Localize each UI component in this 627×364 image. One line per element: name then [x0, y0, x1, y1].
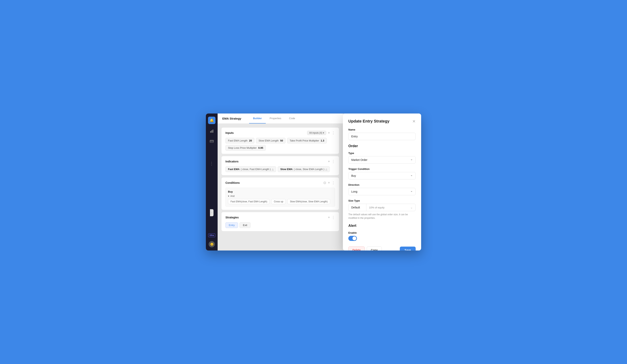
- name-input[interactable]: [348, 133, 416, 140]
- conditions-add[interactable]: +: [328, 181, 330, 185]
- size-equity-display: 10% of equity ⌄: [366, 204, 416, 211]
- indicator-fast-ema[interactable]: Fast EMA ( close, Fast EMA Length ) △: [225, 166, 276, 172]
- tab-builder[interactable]: Builder: [249, 113, 266, 123]
- trigger-field-group: Trigger Condition Buy: [348, 167, 416, 179]
- size-type-field-group: Size Type Default 10% of equity ⌄ The de…: [348, 199, 416, 220]
- name-label: Name: [348, 128, 416, 131]
- input-stop-loss[interactable]: Stop Loss Price Multiplier 0.95: [225, 145, 266, 151]
- conditions-expand[interactable]: ⊙: [323, 181, 326, 185]
- tabs: Builder Properties Code: [249, 113, 299, 123]
- copy-button[interactable]: Copy: [367, 246, 382, 251]
- inputs-add[interactable]: +: [328, 131, 330, 135]
- svg-rect-0: [210, 131, 211, 133]
- trigger-select[interactable]: Buy: [348, 172, 416, 179]
- bell-icon: 🔔: [209, 118, 214, 122]
- tab-code[interactable]: Code: [285, 113, 299, 123]
- strategy-pill-entry[interactable]: Entry: [225, 222, 238, 228]
- toggle-knob: [353, 236, 356, 240]
- order-section-label: Order: [348, 144, 416, 148]
- indicators-add[interactable]: +: [328, 159, 330, 164]
- strategy-pill-exit[interactable]: Exit: [240, 222, 251, 228]
- indicator-pills: Fast EMA ( close, Fast EMA Length ) △ Sl…: [225, 166, 335, 172]
- modal-close-button[interactable]: ✕: [412, 119, 416, 123]
- sidebar-item-card[interactable]: [209, 138, 215, 144]
- type-label: Type: [348, 152, 416, 155]
- conditions-section: Conditions ⊙ + ⋮ Buy ▾ And Fast EMA(clos…: [221, 177, 339, 210]
- svg-rect-2: [212, 130, 213, 133]
- content-area: EMA Strategy Builder Properties Code Inp…: [218, 113, 343, 251]
- type-select[interactable]: Market Order: [348, 156, 416, 164]
- condition-group-buy: Buy ▾ And Fast EMA(close, Fast EMA Lengt…: [225, 188, 335, 207]
- tab-properties[interactable]: Properties: [266, 113, 285, 123]
- chevron-down-icon: ▾: [323, 132, 324, 134]
- size-type-hint: The default values will use the global o…: [348, 213, 416, 220]
- strategies-title: Strategies: [225, 216, 239, 219]
- indicators-settings[interactable]: ⋮: [331, 159, 335, 164]
- size-type-select[interactable]: Default: [349, 204, 366, 211]
- input-slow-ema[interactable]: Slow EMA Length 50: [256, 138, 286, 144]
- conditions-settings[interactable]: ⋮: [331, 181, 335, 185]
- update-entry-modal: Update Entry Strategy ✕ Name Order Type …: [343, 113, 421, 251]
- alert-section: Alert Enable: [348, 224, 416, 241]
- enable-label: Enable: [348, 231, 416, 234]
- ultra-badge: Ultra: [208, 233, 215, 237]
- svg-rect-4: [210, 141, 213, 141]
- type-field-group: Type Market Order: [348, 152, 416, 164]
- strategy-pills: Entry Exit: [225, 222, 335, 228]
- indicator-slow-ema[interactable]: Slow EMA ( close, Slow EMA Length ) △: [278, 166, 330, 172]
- avatar[interactable]: 😊: [209, 241, 215, 247]
- size-type-row: Default 10% of equity ⌄: [348, 204, 416, 211]
- strategies-settings[interactable]: ⋮: [331, 215, 335, 220]
- enable-field-group: Enable: [348, 231, 416, 241]
- inputs-header: Inputs All inputs (4) ▾ + ⋮: [225, 131, 335, 135]
- save-button[interactable]: Save: [400, 247, 416, 251]
- condition-cross-up[interactable]: Cross up: [271, 199, 286, 204]
- alert-section-label: Alert: [348, 224, 416, 228]
- strategies-add[interactable]: +: [328, 215, 330, 220]
- trigger-label: Trigger Condition: [348, 167, 416, 170]
- triangle-icon-0: △: [272, 168, 274, 171]
- svg-rect-1: [211, 130, 212, 133]
- direction-label: Direction: [348, 183, 416, 186]
- condition-row: Fast EMA(close, Fast EMA Length) Cross u…: [228, 199, 332, 204]
- delete-button[interactable]: Delete: [348, 246, 365, 251]
- conditions-header: Conditions ⊙ + ⋮: [225, 181, 335, 185]
- sidebar-logo[interactable]: 🔔: [208, 117, 215, 124]
- main-container: 🔔 ··· ‹ Ultra 😊 EMA Strategy: [206, 113, 421, 251]
- modal-title: Update Entry Strategy: [348, 119, 389, 123]
- alert-toggle[interactable]: [348, 236, 357, 241]
- strategy-title: EMA Strategy: [222, 117, 241, 120]
- inputs-badge[interactable]: All inputs (4) ▾: [307, 131, 326, 135]
- size-type-chevron-icon: ⌄: [410, 206, 413, 209]
- order-section: Order Type Market Order Trigger Conditio…: [348, 144, 416, 220]
- inputs-section: Inputs All inputs (4) ▾ + ⋮ Fast EMA Len…: [221, 128, 339, 154]
- condition-slow-ema[interactable]: Slow EMA(close, Slow EMA Length): [287, 199, 330, 204]
- toggle-wrapper: [348, 236, 416, 241]
- modal-footer: Delete Copy Save: [348, 246, 416, 251]
- direction-select[interactable]: Long: [348, 188, 416, 195]
- indicators-title: Indicators: [225, 160, 239, 163]
- name-field-group: Name: [348, 128, 416, 140]
- collapse-button[interactable]: ‹: [210, 209, 213, 216]
- condition-and: ▾ And: [228, 195, 332, 198]
- condition-group-title: Buy: [228, 190, 332, 193]
- content-header: EMA Strategy Builder Properties Code: [218, 113, 343, 124]
- condition-fast-ema[interactable]: Fast EMA(close, Fast EMA Length): [228, 199, 270, 204]
- strategies-section: Strategies + ⋮ Entry Exit: [221, 212, 339, 231]
- sidebar: 🔔 ··· ‹ Ultra 😊: [206, 113, 218, 251]
- indicators-section: Indicators + ⋮ Fast EMA ( close, Fast EM…: [221, 156, 339, 175]
- size-type-label: Size Type: [348, 199, 416, 202]
- inputs-settings[interactable]: ⋮: [331, 131, 335, 135]
- modal-header: Update Entry Strategy ✕: [348, 119, 416, 123]
- input-take-profit[interactable]: Take Profit Price Multiplier 1.3: [287, 138, 327, 144]
- strategies-header: Strategies + ⋮: [225, 215, 335, 220]
- inputs-pills: Fast EMA Length 20 Slow EMA Length 50 Ta…: [225, 138, 335, 151]
- sidebar-more[interactable]: ···: [209, 162, 214, 166]
- indicators-header: Indicators + ⋮: [225, 159, 335, 164]
- inputs-title: Inputs: [225, 131, 234, 134]
- input-fast-ema[interactable]: Fast EMA Length 20: [225, 138, 254, 144]
- direction-field-group: Direction Long: [348, 183, 416, 195]
- builder-content: Inputs All inputs (4) ▾ + ⋮ Fast EMA Len…: [218, 124, 343, 251]
- sidebar-item-chart[interactable]: [209, 128, 215, 134]
- conditions-title: Conditions: [225, 181, 240, 184]
